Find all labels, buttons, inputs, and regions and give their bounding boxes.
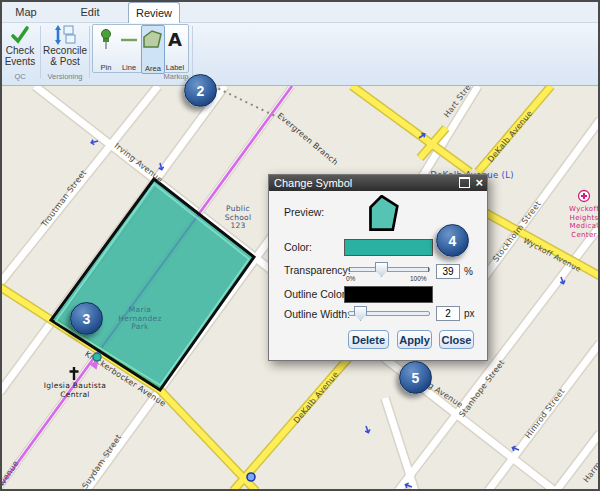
outline-width-label: Outline Width: bbox=[284, 308, 350, 320]
tool-line-label: Line bbox=[122, 63, 136, 72]
outline-color-label: Outline Color: bbox=[284, 288, 348, 300]
color-swatch[interactable] bbox=[344, 239, 433, 256]
park-vertex-dot bbox=[93, 353, 101, 361]
transparency-max-label: 100% bbox=[410, 275, 427, 282]
close-button[interactable]: Close bbox=[439, 330, 474, 349]
tool-label-label: Label bbox=[166, 63, 184, 72]
line-icon bbox=[119, 29, 139, 51]
reconcile-label-line1: Reconcile bbox=[43, 45, 87, 56]
reconcile-label-line2: & Post bbox=[50, 56, 79, 67]
callout-badge-3: 3 bbox=[70, 302, 103, 335]
reconcile-icon bbox=[54, 25, 76, 45]
check-icon bbox=[10, 25, 30, 45]
close-icon[interactable]: × bbox=[475, 178, 483, 188]
transparency-value-input[interactable] bbox=[436, 264, 460, 279]
transparency-slider-thumb[interactable] bbox=[375, 262, 388, 277]
outline-width-slider-thumb[interactable] bbox=[354, 306, 367, 321]
change-symbol-dialog: Change Symbol × Preview: Color: Transpar… bbox=[268, 174, 488, 361]
symbol-preview bbox=[367, 195, 403, 233]
transparency-label: Transparency: bbox=[284, 264, 351, 276]
subway-station-dot bbox=[247, 473, 255, 481]
tool-line[interactable]: Line bbox=[118, 26, 140, 72]
transparency-slider-track[interactable] bbox=[348, 267, 430, 272]
group-label-qc: QC bbox=[2, 72, 38, 81]
group-separator bbox=[40, 26, 41, 78]
delete-button[interactable]: Delete bbox=[348, 330, 389, 349]
transparency-unit: % bbox=[464, 266, 473, 277]
tool-area[interactable]: Area bbox=[141, 25, 165, 74]
dialog-titlebar[interactable]: Change Symbol × bbox=[269, 175, 487, 191]
markup-tool-panel: Pin Line Area A Label bbox=[92, 24, 189, 73]
transparency-min-label: 0% bbox=[346, 275, 355, 282]
map-label-wyckoff-heights-medical-center: WyckoffHeightsMedicalCenter bbox=[569, 205, 599, 239]
area-icon bbox=[142, 29, 164, 51]
check-events-button[interactable]: Check Events bbox=[2, 25, 38, 67]
group-separator bbox=[192, 26, 193, 78]
reconcile-post-button[interactable]: Reconcile & Post bbox=[42, 25, 88, 67]
group-separator bbox=[89, 26, 90, 78]
callout-badge-5: 5 bbox=[399, 361, 432, 394]
ribbon: Map Edit Review Check Events QC Reconcil… bbox=[0, 0, 600, 86]
tab-review[interactable]: Review bbox=[128, 2, 180, 23]
preview-label: Preview: bbox=[284, 206, 324, 218]
hospital-icon bbox=[579, 191, 590, 202]
dialog-title: Change Symbol bbox=[274, 177, 352, 189]
outline-width-unit: px bbox=[464, 308, 475, 319]
pin-icon bbox=[98, 29, 114, 51]
tool-pin-label: Pin bbox=[101, 63, 112, 72]
check-events-label-line2: Events bbox=[5, 56, 36, 67]
label-a-icon: A bbox=[166, 29, 184, 51]
application-window: Knickerbocker Avenue Troutman StreetIrvi… bbox=[0, 0, 600, 491]
tool-pin[interactable]: Pin bbox=[95, 26, 117, 72]
ribbon-tabstrip: Map Edit Review bbox=[0, 0, 600, 23]
callout-badge-2: 2 bbox=[184, 74, 217, 107]
tool-label[interactable]: A Label bbox=[164, 26, 186, 72]
svg-text:A: A bbox=[168, 29, 182, 50]
outline-width-value-input[interactable] bbox=[436, 306, 460, 321]
check-events-label-line1: Check bbox=[6, 45, 34, 56]
tab-edit[interactable]: Edit bbox=[70, 2, 110, 22]
tab-map[interactable]: Map bbox=[6, 2, 46, 22]
maximize-icon[interactable] bbox=[459, 177, 470, 188]
outline-color-swatch[interactable] bbox=[344, 286, 433, 303]
color-label: Color: bbox=[284, 241, 312, 253]
apply-button[interactable]: Apply bbox=[397, 330, 432, 349]
group-label-versioning: Versioning bbox=[42, 72, 88, 81]
callout-badge-4: 4 bbox=[436, 224, 469, 257]
